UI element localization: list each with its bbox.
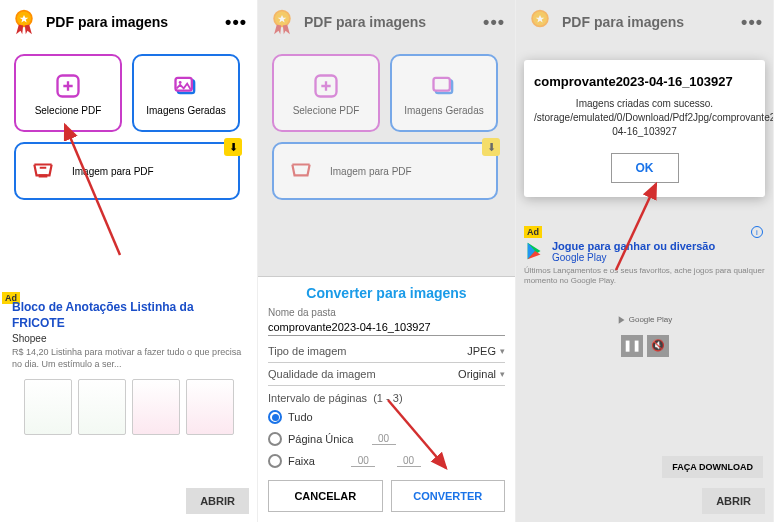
range-hint: (1 - 3) (373, 392, 402, 404)
ad-subtitle: Google Play (552, 252, 715, 263)
ok-button[interactable]: OK (611, 153, 679, 183)
app-title: PDF para imagens (562, 14, 733, 30)
download-badge-icon: ⬇ (482, 138, 500, 156)
image-quality-row[interactable]: Qualidade da imagem Original▾ (268, 363, 505, 386)
app-header: PDF para imagens ••• (0, 0, 257, 44)
tile-grid: Selecione PDF Imagens Geradas Imagem par… (258, 44, 515, 210)
tile-label: Imagem para PDF (72, 166, 154, 177)
ad-source: Shopee (12, 333, 245, 344)
thumbnail (24, 379, 72, 435)
scanner-icon (28, 156, 58, 186)
pause-icon[interactable]: ❚❚ (621, 335, 643, 357)
cancel-button[interactable]: CANCELAR (268, 480, 383, 512)
tile-image-to-pdf[interactable]: Imagem para PDF ⬇ (14, 142, 240, 200)
mute-icon[interactable]: 🔇 (647, 335, 669, 357)
menu-icon[interactable]: ••• (225, 12, 247, 33)
google-play-label: Google Play (617, 315, 673, 325)
tile-generated-images[interactable]: Imagens Geradas (132, 54, 240, 132)
screen-success-dialog: PDF para imagens ••• comprovante2023-04-… (516, 0, 774, 522)
success-dialog: comprovante2023-04-16_103927 Imagens cri… (524, 60, 765, 197)
ad-block[interactable]: Jogue para ganhar ou diversão Google Pla… (524, 240, 765, 357)
thumbnail (132, 379, 180, 435)
ad-open-button[interactable]: ABRIR (702, 488, 765, 514)
ad-open-button[interactable]: ABRIR (186, 488, 249, 514)
award-icon (268, 8, 296, 36)
menu-icon[interactable]: ••• (483, 12, 505, 33)
page-from-input[interactable]: 00 (351, 455, 375, 467)
caret-down-icon: ▾ (500, 346, 505, 356)
info-icon[interactable]: i (751, 226, 763, 238)
tile-image-to-pdf: Imagem para PDF⬇ (272, 142, 498, 200)
folder-input[interactable]: comprovante2023-04-16_103927 (268, 318, 505, 336)
tile-grid: Selecione PDF Imagens Geradas Imagem par… (0, 44, 257, 210)
caret-down-icon: ▾ (500, 369, 505, 379)
download-button[interactable]: FAÇA DOWNLOAD (662, 456, 763, 478)
app-header: PDF para imagens ••• (258, 0, 515, 44)
screen-convert-dialog: PDF para imagens ••• Selecione PDF Image… (258, 0, 516, 522)
ad-thumbnails (12, 379, 245, 435)
google-play-icon (524, 240, 546, 262)
range-label: Intervalo de páginas (268, 392, 367, 404)
radio-range[interactable]: Faixa 00 00 (268, 450, 505, 472)
page-to-input[interactable]: 00 (397, 455, 421, 467)
convert-sheet: Converter para imagens Nome da pasta com… (258, 276, 515, 522)
images-icon (171, 71, 201, 101)
tile-label: Imagens Geradas (146, 105, 226, 116)
dialog-path: /storage/emulated/0/Download/Pdf2Jpg/com… (534, 111, 755, 139)
page-input[interactable]: 00 (372, 433, 396, 445)
radio-all[interactable]: Tudo (268, 406, 505, 428)
svg-rect-6 (39, 174, 48, 177)
dialog-message: Imagens criadas com sucesso. (534, 97, 755, 111)
award-icon (526, 8, 554, 36)
app-header: PDF para imagens ••• (516, 0, 773, 44)
app-title: PDF para imagens (304, 14, 475, 30)
folder-label: Nome da pasta (268, 307, 505, 318)
sheet-title: Converter para imagens (268, 285, 505, 301)
app-title: PDF para imagens (46, 14, 217, 30)
svg-rect-12 (434, 77, 450, 90)
ad-title: Jogue para ganhar ou diversão (552, 240, 715, 252)
ad-block[interactable]: Bloco de Anotações Listinha da FRICOTE S… (12, 300, 245, 435)
ad-description: R$ 14,20 Listinha para motivar a fazer t… (12, 347, 245, 370)
thumbnail (78, 379, 126, 435)
svg-point-5 (179, 81, 182, 84)
dialog-title: comprovante2023-04-16_103927 (534, 74, 755, 89)
image-type-row[interactable]: Tipo de imagem JPEG▾ (268, 340, 505, 363)
plus-icon (53, 71, 83, 101)
row-label: Qualidade da imagem (268, 368, 376, 380)
tile-select-pdf[interactable]: Selecione PDF (14, 54, 122, 132)
row-label: Tipo de imagem (268, 345, 346, 357)
screen-main: PDF para imagens ••• Selecione PDF Image… (0, 0, 258, 522)
convert-button[interactable]: CONVERTER (391, 480, 506, 512)
radio-single[interactable]: Página Única 00 (268, 428, 505, 450)
tile-label: Selecione PDF (35, 105, 102, 116)
thumbnail (186, 379, 234, 435)
menu-icon[interactable]: ••• (741, 12, 763, 33)
ad-badge: Ad (524, 226, 542, 238)
award-icon (10, 8, 38, 36)
ad-description: Últimos Lançamentos e os seus favoritos,… (524, 266, 765, 287)
tile-generated-images: Imagens Geradas (390, 54, 498, 132)
tile-select-pdf: Selecione PDF (272, 54, 380, 132)
ad-title: Bloco de Anotações Listinha da FRICOTE (12, 300, 245, 331)
download-badge-icon: ⬇ (224, 138, 242, 156)
